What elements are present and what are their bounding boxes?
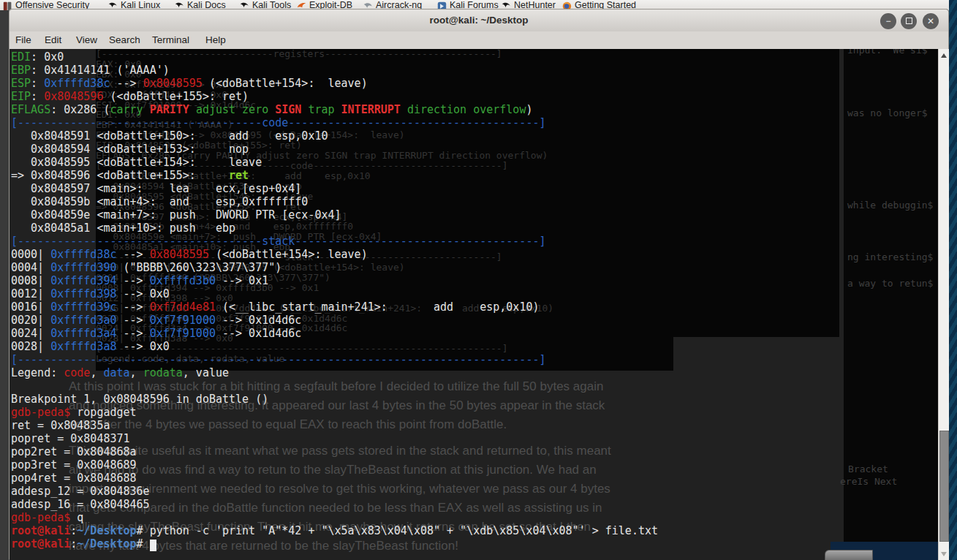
terminal-line: 0x804859b <main+4>: and esp,0xfffffff0 (11, 195, 939, 208)
terminal-line: [---------------------------------------… (11, 353, 939, 366)
terminal-line: [-------------------------------------co… (11, 116, 939, 129)
terminal-line: pop3ret = 0x8048689 (11, 458, 939, 472)
menu-terminal[interactable]: Terminal (152, 31, 189, 48)
terminal-output: EDI: 0x0EBP: 0x41414141 ('AAAA')ESP: 0xf… (11, 50, 939, 550)
terminal-line: pop2ret = 0x804868a (11, 445, 939, 458)
terminal-line: root@kali:~/Desktop# python -c 'print "A… (11, 524, 939, 537)
terminal-window: root@kali: ~/Desktop − ✕ FileEditViewSea… (9, 9, 949, 560)
terminal-line: => 0x8048596 <doBattle+155>: ret (11, 169, 939, 182)
terminal-line: 0x8048595 <doBattle+154>: leave (11, 156, 939, 169)
scrollbar-thumb[interactable] (939, 431, 949, 542)
terminal-title: root@kali: ~/Desktop (10, 10, 948, 31)
scroll-down-icon[interactable] (941, 552, 947, 556)
terminal-line: ret = 0x804835a (11, 419, 939, 432)
terminal-line: EFLAGS: 0x286 (carry PARITY adjust zero … (11, 103, 939, 116)
terminal-line: 0012| 0xffffd398 --> 0x0 (11, 287, 939, 300)
terminal-line: 0x8048597 <main>: lea ecx,[esp+0x4] (11, 182, 939, 195)
background-window-corner (825, 550, 873, 560)
terminal-line: EDI: 0x0 (11, 50, 939, 64)
terminal-line: EIP: 0x8048596 (<doBattle+155>: ret) (11, 90, 939, 103)
terminal-line: Breakpoint 1, 0x08048596 in doBattle () (11, 393, 939, 406)
terminal-titlebar[interactable]: root@kali: ~/Desktop − ✕ (10, 10, 948, 32)
terminal-line: pop4ret = 0x8048688 (11, 472, 939, 485)
terminal-line: 0000| 0xffffd38c --> 0x8048595 (<doBattl… (11, 248, 939, 261)
terminal-line: addesp_16 = 0x8048465 (11, 498, 939, 511)
text-cursor (150, 540, 156, 551)
terminal-content[interactable]: [------------------------------registers… (10, 49, 948, 560)
terminal-scrollbar[interactable] (938, 49, 949, 560)
menu-file[interactable]: File (15, 31, 31, 48)
menu-edit[interactable]: Edit (45, 31, 61, 48)
terminal-line: gdb-peda$ q (11, 511, 939, 524)
maximize-button[interactable] (901, 13, 917, 29)
menu-view[interactable]: View (76, 31, 97, 48)
terminal-line: 0004| 0xffffd390 ("BBBB\260\323\377\377"… (11, 261, 939, 274)
terminal-line: ESP: 0xffffd38c --> 0x8048595 (<doBattle… (11, 77, 939, 90)
terminal-line: 0028| 0xffffd3a8 --> 0x0 (11, 340, 939, 353)
minimize-button[interactable]: − (880, 13, 896, 29)
terminal-line: gdb-peda$ ropgadget (11, 406, 939, 419)
maximize-icon (906, 18, 912, 24)
menu-search[interactable]: Search (109, 31, 140, 48)
menu-help[interactable]: Help (205, 31, 226, 48)
close-button[interactable]: ✕ (923, 13, 939, 29)
browser-window-edge (0, 10, 9, 560)
terminal-line: root@kali:~/Desktop# (11, 537, 939, 550)
terminal-line: 0024| 0xffffd3a4 --> 0xf7f91000 --> 0x1d… (11, 327, 939, 340)
terminal-line: 0008| 0xffffd394 --> 0xffffd3b0 --> 0x1 (11, 274, 939, 287)
terminal-line: addesp_12 = 0x804836e (11, 485, 939, 498)
terminal-line: 0016| 0xffffd39c --> 0xf7dd4e81 (<__libc… (11, 300, 939, 314)
terminal-line: Legend: code, data, rodata, value (11, 366, 939, 379)
terminal-line (11, 379, 939, 393)
terminal-line: 0x80485a1 <main+10>: push ebp (11, 222, 939, 235)
terminal-line: 0020| 0xffffd3a0 --> 0xf7f91000 --> 0x1d… (11, 314, 939, 327)
terminal-menubar: FileEditViewSearchTerminalHelp (10, 31, 948, 50)
desktop: { "accent_colors": { "term_green": "#3aa… (0, 0, 957, 560)
terminal-line: [-------------------------------------st… (11, 235, 939, 248)
terminal-line: 0x8048591 <doBattle+150>: add esp,0x10 (11, 129, 939, 143)
terminal-line: 0x8048594 <doBattle+153>: nop (11, 143, 939, 156)
terminal-line: EBP: 0x41414141 ('AAAA') (11, 64, 939, 77)
scroll-up-icon[interactable] (941, 53, 947, 58)
terminal-line: 0x804859e <main+7>: push DWORD PTR [ecx-… (11, 208, 939, 222)
terminal-line: popret = 0x8048371 (11, 432, 939, 445)
